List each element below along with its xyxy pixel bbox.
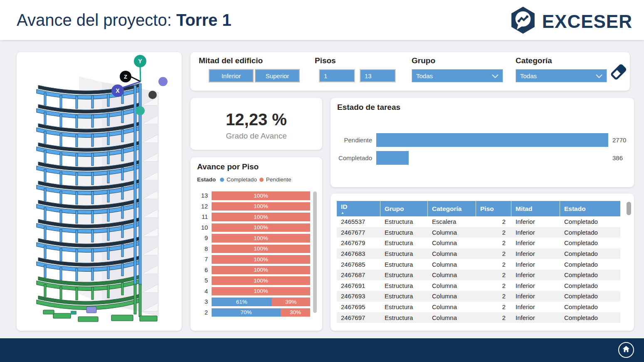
bar-segment-pendiente[interactable]: 100%: [212, 223, 310, 232]
bar-segment-pendiente[interactable]: 100%: [212, 202, 310, 211]
table-cell: 2: [476, 293, 511, 300]
floor-label: 7: [197, 256, 208, 263]
table-cell: 2467695: [337, 303, 380, 310]
mitad-inferior-button[interactable]: Inferior: [209, 69, 254, 82]
building-3d-viewer[interactable]: Y Z X: [17, 52, 182, 331]
floor-label: 3: [197, 298, 208, 305]
table-cell: Estructura: [380, 218, 428, 225]
column-header-categoría[interactable]: Categoría: [428, 201, 476, 216]
chevron-down-icon: [492, 72, 498, 79]
avance-bar-row[interactable]: 10100%: [197, 223, 310, 232]
kpi-value: 12,23 %: [190, 110, 322, 129]
exceser-hexagon-icon: [508, 5, 538, 38]
filter-bar: Mitad del edificio Inferior Superior Pis…: [190, 52, 630, 91]
floor-label: 6: [197, 267, 208, 273]
table-row[interactable]: 2467695EstructuraColumna2InferiorComplet…: [337, 302, 620, 312]
table-cell: 2: [476, 282, 511, 289]
avance-bar-row[interactable]: 13100%: [197, 191, 310, 200]
table-row[interactable]: 2467679EstructuraColumna2InferiorComplet…: [337, 238, 620, 248]
avance-bar-row[interactable]: 9100%: [197, 234, 310, 243]
table-scrollbar[interactable]: [627, 202, 631, 215]
table-cell: Completado: [560, 250, 620, 257]
bar-segment-pendiente[interactable]: 100%: [212, 245, 310, 253]
table-cell: 2: [476, 250, 511, 257]
bar-segment-pendiente[interactable]: 100%: [212, 287, 310, 296]
table-row[interactable]: 2467697EstructuraColumna2InferiorComplet…: [337, 312, 620, 323]
mitad-superior-button[interactable]: Superior: [255, 69, 300, 82]
gizmo-dot-teal: [136, 106, 145, 115]
table-row[interactable]: 2467685EstructuraColumna2InferiorComplet…: [337, 259, 620, 270]
kpi-card: 12,23 % Grado de Avance: [190, 98, 322, 150]
bar-segment-pendiente[interactable]: 100%: [212, 213, 310, 221]
categoria-dropdown[interactable]: Todas: [516, 69, 607, 82]
table-cell: 2: [476, 314, 511, 321]
sort-ascending-icon: ▲: [341, 211, 380, 215]
table-cell: Columna: [428, 293, 476, 300]
column-header-grupo[interactable]: Grupo: [380, 201, 428, 216]
page-title: Avance del proyecto: Torre 1: [17, 11, 232, 30]
estado-de-tareas-chart: Estado de tareas Pendiente2770Completado…: [331, 98, 634, 187]
top-header: Avance del proyecto: Torre 1 EXCESER: [0, 0, 644, 40]
avance-bar-row[interactable]: 270%30%: [197, 308, 310, 317]
table-cell: Completado: [560, 314, 620, 321]
estado-bar[interactable]: [376, 151, 409, 165]
table-row[interactable]: 2467691EstructuraColumna2InferiorComplet…: [337, 280, 620, 291]
table-cell: Columna: [428, 271, 476, 278]
table-row[interactable]: 2467683EstructuraColumna2InferiorComplet…: [337, 248, 620, 259]
building-3d-model[interactable]: Y Z X: [17, 52, 182, 331]
column-header-mitad[interactable]: Mitad: [511, 201, 560, 216]
avance-scrollbar[interactable]: [313, 191, 317, 313]
avance-bar-row[interactable]: 5100%: [197, 276, 310, 285]
pisos-to-input[interactable]: [360, 69, 396, 82]
bar-segment-completado[interactable]: 70%: [212, 308, 281, 317]
brand-logo: EXCESER: [508, 5, 632, 38]
avance-bar-row[interactable]: 8100%: [197, 245, 310, 253]
clear-filters-eraser-icon[interactable]: [609, 63, 627, 80]
home-button[interactable]: [618, 342, 634, 358]
grupo-dropdown[interactable]: Todas: [412, 69, 503, 82]
avance-bar-row[interactable]: 361%39%: [197, 298, 310, 306]
bar-segment-pendiente[interactable]: 39%: [272, 298, 310, 306]
column-header-id[interactable]: ID▲: [337, 201, 380, 216]
estado-bar-row: Completado386: [331, 151, 634, 165]
filter-categoria-label: Categoría: [516, 56, 552, 65]
bar-segment-pendiente[interactable]: 100%: [212, 234, 310, 243]
avance-bar-row[interactable]: 12100%: [197, 202, 310, 211]
estado-bar[interactable]: [376, 133, 608, 147]
tasks-table-card: ID▲GrupoCategoríaPisoMitadEstado 2465537…: [331, 193, 634, 331]
bar-segment-pendiente[interactable]: 100%: [212, 276, 310, 285]
table-cell: Columna: [428, 229, 476, 236]
estado-bar-row: Pendiente2770: [331, 133, 634, 147]
chevron-down-icon: [596, 72, 602, 79]
column-header-piso[interactable]: Piso: [476, 201, 511, 216]
table-cell: 2467677: [337, 229, 380, 236]
grupo-dropdown-value: Todas: [416, 72, 433, 79]
table-cell: 2: [476, 303, 511, 310]
gizmo-dot-gray: [148, 91, 157, 99]
avance-bar-row[interactable]: 11100%: [197, 213, 310, 221]
estado-category-label: Pendiente: [331, 136, 372, 144]
pisos-from-input[interactable]: [319, 69, 355, 82]
table-cell: Completado: [560, 218, 620, 225]
avance-bar-row[interactable]: 4100%: [197, 287, 310, 296]
bar-segment-completado[interactable]: 61%: [212, 298, 272, 306]
categoria-dropdown-value: Todas: [520, 72, 537, 79]
column-header-estado[interactable]: Estado: [560, 201, 620, 216]
table-row[interactable]: 2467677EstructuraColumna2InferiorComplet…: [337, 227, 620, 238]
table-row[interactable]: 2467693EstructuraColumna2InferiorComplet…: [337, 291, 620, 302]
legend-pendiente-label: Pendiente: [266, 176, 291, 183]
table-row[interactable]: 2467687EstructuraColumna2InferiorComplet…: [337, 270, 620, 280]
table-cell: Estructura: [380, 239, 428, 246]
bar-segment-pendiente[interactable]: 100%: [212, 191, 310, 200]
bar-segment-pendiente[interactable]: 30%: [281, 308, 310, 317]
bar-segment-pendiente[interactable]: 100%: [212, 255, 310, 264]
table-cell: Estructura: [380, 229, 428, 236]
floor-label: 12: [197, 203, 208, 210]
table-cell: Inferior: [511, 314, 560, 321]
table-row[interactable]: 2465537EstructuraEscalera2InferiorComple…: [337, 216, 620, 227]
avance-bar-row[interactable]: 6100%: [197, 266, 310, 275]
avance-bar-row[interactable]: 7100%: [197, 255, 310, 264]
floor-label: 2: [197, 309, 208, 316]
table-cell: 2: [476, 239, 511, 246]
bar-segment-pendiente[interactable]: 100%: [212, 266, 310, 275]
